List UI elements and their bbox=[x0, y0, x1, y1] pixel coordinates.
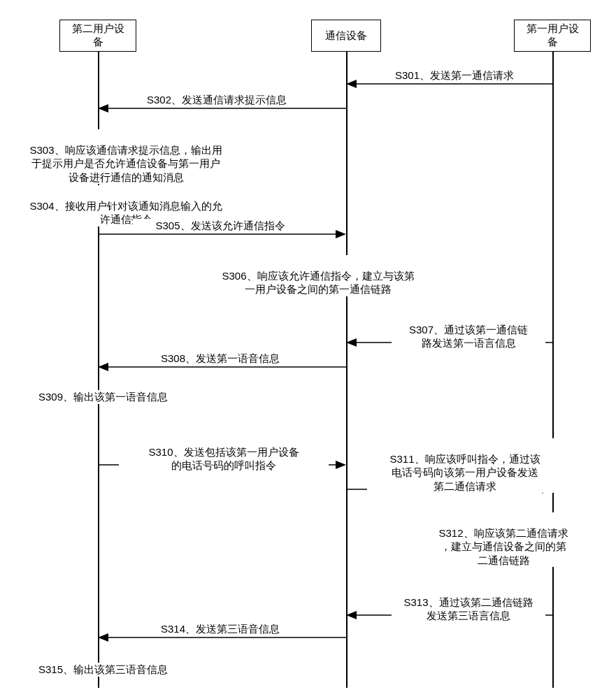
svg-marker-1 bbox=[346, 80, 357, 88]
sequence-diagram: 第二用户设 备 通信设备 第一用户设 备 S301、发送第一通信请求 S302、… bbox=[0, 0, 616, 699]
message-s315: S315、输出该第三语音信息 bbox=[38, 663, 220, 677]
message-s314: S314、发送第三语音信息 bbox=[133, 622, 308, 636]
svg-marker-5 bbox=[336, 230, 346, 238]
message-s312: S312、响应该第二通信请求 ，建立与通信设备之间的第 二通信链路 bbox=[416, 512, 591, 567]
message-s308: S308、发送第一语音信息 bbox=[133, 352, 308, 366]
message-s305: S305、发送该允许通信指令 bbox=[133, 219, 308, 233]
message-s301: S301、发送第一通信请求 bbox=[378, 69, 531, 82]
message-s307: S307、通过该第一通信链 路发送第一语言信息 bbox=[392, 309, 545, 350]
message-s310: S310、发送包括该第一用户设备 的电话号码的呼叫指令 bbox=[119, 431, 329, 473]
message-s311: S311、响应该呼叫指令，通过该 电话号码向该第一用户设备发送 第二通信请求 bbox=[367, 438, 563, 493]
message-s306: S306、响应该允许通信指令，建立与该第 一用户设备之间的第一通信链路 bbox=[203, 255, 434, 296]
message-s309: S309、输出该第一语音信息 bbox=[38, 390, 220, 404]
message-s303: S303、响应该通信请求提示信息，输出用 于提示用户是否允许通信设备与第一用户 … bbox=[14, 129, 238, 184]
svg-marker-7 bbox=[346, 338, 357, 347]
svg-marker-15 bbox=[346, 611, 357, 619]
message-s302: S302、发送通信请求提示信息 bbox=[119, 93, 315, 107]
svg-marker-3 bbox=[98, 104, 108, 113]
message-s313: S313、通过该第二通信链路 发送第三语言信息 bbox=[392, 582, 545, 623]
svg-marker-17 bbox=[98, 633, 108, 642]
svg-marker-11 bbox=[336, 461, 346, 469]
svg-marker-9 bbox=[98, 363, 108, 371]
